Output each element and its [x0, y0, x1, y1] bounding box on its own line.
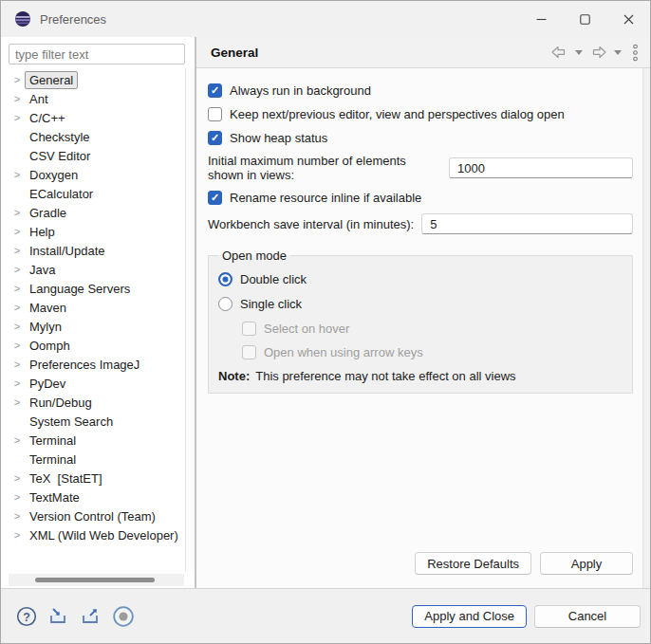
checkbox-label: Keep next/previous editor, view and pers… [230, 107, 565, 121]
maximize-button[interactable] [563, 1, 606, 37]
tree-item-label: General [25, 71, 78, 89]
apply-and-close-button[interactable]: Apply and Close [412, 605, 527, 628]
tree-item-language-servers[interactable]: > Language Servers [1, 279, 185, 298]
tree-expander-icon[interactable]: > [9, 506, 25, 525]
tree-item-version-control-team[interactable]: > Version Control (Team) [1, 506, 185, 525]
tree-expander-icon[interactable]: > [9, 317, 25, 336]
tree-expander-icon[interactable]: > [9, 203, 25, 222]
history-nav [550, 44, 639, 62]
view-menu-icon[interactable] [632, 44, 639, 62]
tree-item-doxygen[interactable]: > Doxygen [1, 165, 185, 184]
tree-item-label: Version Control (Team) [25, 507, 160, 525]
preference-recorder-icon[interactable] [112, 605, 135, 628]
tree-expander-icon[interactable]: > [9, 393, 25, 412]
checkbox-keep-editor-dialog-open[interactable]: Keep next/previous editor, view and pers… [208, 104, 633, 123]
tree-item-mylyn[interactable]: > Mylyn [1, 317, 185, 336]
tree-item-install-update[interactable]: > Install/Update [1, 241, 185, 260]
tree-expander-icon[interactable]: > [9, 165, 25, 184]
tree-expander-icon[interactable]: > [9, 279, 25, 298]
tree-expander-icon[interactable]: > [9, 298, 25, 317]
tree-item-gradle[interactable]: > Gradle [1, 203, 185, 222]
forward-dropdown-icon[interactable] [614, 50, 622, 55]
general-preferences-content: Always run in background Keep next/previ… [196, 68, 650, 588]
tree-item-help[interactable]: > Help [1, 222, 185, 241]
tree-expander-icon[interactable]: > [9, 70, 25, 89]
tree-item-textmate[interactable]: > TextMate [1, 488, 185, 506]
save-interval-label: Workbench save interval (in minutes): [208, 217, 414, 231]
tree-item-preferences-imagej[interactable]: > Preferences ImageJ [1, 355, 185, 374]
checkbox-icon [208, 107, 222, 121]
tree-item-xml-wild-web-developer[interactable]: > XML (Wild Web Developer) [1, 525, 185, 544]
tree-item-terminal[interactable]: > Terminal [1, 431, 185, 450]
tree-item-tex-statet[interactable]: > TeX [StatET] [1, 469, 185, 488]
sidebar-horizontal-scrollbar[interactable] [9, 574, 184, 586]
tree-expander-icon[interactable]: > [9, 525, 25, 544]
open-mode-note: Note:This preference may not take effect… [218, 369, 621, 383]
forward-icon[interactable] [589, 46, 607, 59]
preferences-tree-items: > General > Ant > C/C++ Checkstyle CSV E… [1, 70, 185, 544]
cancel-button[interactable]: Cancel [534, 605, 641, 628]
checkbox-rename-resource-inline[interactable]: Rename resource inline if available [208, 188, 633, 207]
minimize-button[interactable] [519, 1, 563, 37]
sidebar: > General > Ant > C/C++ Checkstyle CSV E… [1, 37, 195, 588]
preferences-window: Preferences > General > Ant > C/C+ [0, 0, 651, 644]
import-preferences-icon[interactable] [47, 606, 69, 626]
back-dropdown-icon[interactable] [575, 50, 583, 55]
tree-item-c-c[interactable]: > C/C++ [1, 108, 185, 127]
tree-expander-icon[interactable]: > [9, 108, 25, 127]
tree-item-terminal[interactable]: Terminal [1, 450, 185, 469]
tree-item-checkstyle[interactable]: Checkstyle [1, 127, 185, 146]
tree-item-pydev[interactable]: > PyDev [1, 374, 185, 393]
close-button[interactable] [606, 1, 650, 37]
tree-item-run-debug[interactable]: > Run/Debug [1, 393, 185, 412]
window-controls [519, 1, 650, 37]
radio-double-click[interactable]: Double click [218, 269, 621, 288]
checkbox-icon [208, 83, 222, 98]
tree-item-label: Mylyn [25, 318, 66, 336]
tree-expander-icon[interactable]: > [9, 374, 25, 393]
checkbox-always-run-in-background[interactable]: Always run in background [208, 81, 633, 100]
tree-item-label: CSV Editor [25, 147, 95, 165]
note-text: This preference may not take effect on a… [255, 369, 515, 383]
content-vertical-scrollbar[interactable] [642, 68, 650, 588]
page-title: General [211, 46, 258, 60]
tree-item-oomph[interactable]: > Oomph [1, 336, 185, 355]
tree-expander-icon[interactable]: > [9, 336, 25, 355]
back-icon[interactable] [550, 46, 568, 59]
tree-expander-icon[interactable]: > [9, 89, 25, 108]
tree-item-ecalculator[interactable]: ECalculator [1, 184, 185, 203]
sidebar-vertical-scrollbar[interactable] [185, 68, 195, 572]
radio-single-click[interactable]: Single click [218, 294, 621, 313]
tree-item-maven[interactable]: > Maven [1, 298, 185, 317]
tree-item-java[interactable]: > Java [1, 260, 185, 279]
restore-defaults-button[interactable]: Restore Defaults [415, 552, 531, 575]
titlebar: Preferences [1, 1, 650, 37]
filter-input[interactable] [9, 44, 185, 64]
note-label: Note: [218, 369, 250, 383]
tree-expander-icon[interactable]: > [9, 469, 25, 488]
page-header: General [196, 37, 650, 68]
tree-item-csv-editor[interactable]: CSV Editor [1, 146, 185, 165]
tree-item-label: Language Servers [25, 280, 135, 298]
tree-expander-icon[interactable]: > [9, 241, 25, 260]
export-preferences-icon[interactable] [80, 606, 102, 626]
scrollbar-thumb[interactable] [35, 578, 155, 582]
checkbox-label: Show heap status [230, 131, 327, 145]
max-elements-input[interactable] [449, 157, 633, 178]
tree-expander-icon[interactable]: > [9, 355, 25, 374]
tree-expander-icon[interactable]: > [9, 222, 25, 241]
tree-expander-icon[interactable]: > [9, 431, 25, 450]
help-icon[interactable]: ? [16, 606, 37, 627]
checkbox-icon [242, 322, 256, 336]
tree-item-system-search[interactable]: System Search [1, 412, 185, 431]
tree-item-general[interactable]: > General [1, 70, 185, 89]
apply-button[interactable]: Apply [540, 552, 633, 575]
save-interval-input[interactable] [421, 213, 633, 234]
tree-item-ant[interactable]: > Ant [1, 89, 185, 108]
checkbox-show-heap-status[interactable]: Show heap status [208, 128, 633, 147]
checkbox-label: Open when using arrow keys [264, 345, 423, 359]
tree-item-label: System Search [25, 413, 118, 431]
tree-item-label: Preferences ImageJ [25, 356, 144, 374]
tree-expander-icon[interactable]: > [9, 260, 25, 279]
tree-expander-icon[interactable]: > [9, 488, 25, 506]
